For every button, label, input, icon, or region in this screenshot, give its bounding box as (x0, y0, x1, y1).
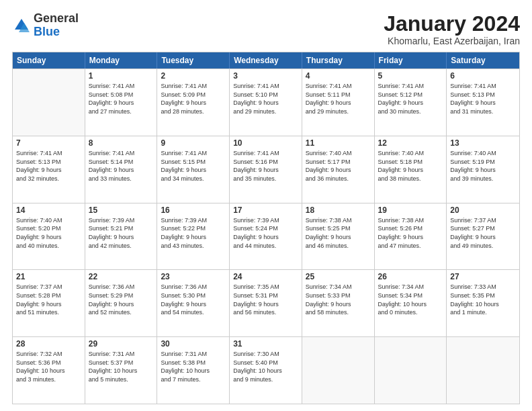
cell-info: Sunrise: 7:35 AMSunset: 5:31 PMDaylight:… (233, 283, 298, 316)
calendar-cell: 25Sunrise: 7:34 AMSunset: 5:33 PMDayligh… (302, 270, 375, 336)
calendar-cell: 28Sunrise: 7:32 AMSunset: 5:36 PMDayligh… (13, 337, 85, 404)
cell-info: Sunrise: 7:37 AMSunset: 5:27 PMDaylight:… (450, 216, 516, 250)
cell-info: Sunrise: 7:37 AMSunset: 5:28 PMDaylight:… (16, 283, 81, 316)
header-day-tuesday: Tuesday (157, 52, 230, 68)
cell-info: Sunrise: 7:30 AMSunset: 5:40 PMDaylight:… (233, 350, 298, 383)
calendar-cell: 10Sunrise: 7:41 AMSunset: 5:16 PMDayligh… (230, 136, 302, 203)
cell-info: Sunrise: 7:40 AMSunset: 5:20 PMDaylight:… (16, 216, 81, 250)
day-number: 5 (378, 71, 443, 81)
header-day-saturday: Saturday (447, 52, 519, 68)
calendar-cell: 2Sunrise: 7:41 AMSunset: 5:09 PMDaylight… (157, 69, 230, 136)
calendar-cell (375, 337, 447, 404)
calendar-cell: 15Sunrise: 7:39 AMSunset: 5:21 PMDayligh… (85, 203, 158, 270)
day-number: 23 (161, 272, 226, 281)
cell-info: Sunrise: 7:41 AMSunset: 5:16 PMDaylight:… (233, 149, 298, 183)
calendar-cell: 3Sunrise: 7:41 AMSunset: 5:10 PMDaylight… (230, 69, 302, 136)
day-number: 3 (233, 71, 298, 81)
calendar-cell: 18Sunrise: 7:38 AMSunset: 5:25 PMDayligh… (302, 203, 375, 270)
calendar-cell: 13Sunrise: 7:40 AMSunset: 5:19 PMDayligh… (447, 136, 519, 203)
cell-info: Sunrise: 7:41 AMSunset: 5:13 PMDaylight:… (450, 82, 516, 116)
header-day-thursday: Thursday (302, 52, 375, 68)
calendar-cell: 9Sunrise: 7:41 AMSunset: 5:15 PMDaylight… (157, 136, 230, 203)
header-day-monday: Monday (85, 52, 158, 68)
day-number: 21 (16, 272, 81, 281)
day-number: 22 (89, 272, 154, 281)
cell-info: Sunrise: 7:38 AMSunset: 5:26 PMDaylight:… (378, 216, 443, 250)
cell-info: Sunrise: 7:41 AMSunset: 5:10 PMDaylight:… (233, 82, 298, 116)
cell-info: Sunrise: 7:41 AMSunset: 5:13 PMDaylight:… (16, 149, 81, 183)
cell-info: Sunrise: 7:39 AMSunset: 5:21 PMDaylight:… (89, 216, 154, 250)
calendar-cell: 12Sunrise: 7:40 AMSunset: 5:18 PMDayligh… (375, 136, 447, 203)
calendar-cell: 30Sunrise: 7:31 AMSunset: 5:38 PMDayligh… (157, 337, 230, 404)
calendar-cell: 1Sunrise: 7:41 AMSunset: 5:08 PMDaylight… (85, 69, 158, 136)
cell-info: Sunrise: 7:36 AMSunset: 5:30 PMDaylight:… (161, 283, 226, 316)
cell-info: Sunrise: 7:33 AMSunset: 5:35 PMDaylight:… (450, 283, 516, 316)
calendar: SundayMondayTuesdayWednesdayThursdayFrid… (12, 52, 520, 404)
calendar-row-2: 14Sunrise: 7:40 AMSunset: 5:20 PMDayligh… (13, 203, 519, 270)
cell-info: Sunrise: 7:41 AMSunset: 5:08 PMDaylight:… (89, 82, 154, 116)
cell-info: Sunrise: 7:41 AMSunset: 5:12 PMDaylight:… (378, 82, 443, 116)
day-number: 25 (306, 272, 371, 281)
day-number: 15 (89, 205, 154, 215)
calendar-cell: 23Sunrise: 7:36 AMSunset: 5:30 PMDayligh… (157, 270, 230, 336)
cell-info: Sunrise: 7:31 AMSunset: 5:38 PMDaylight:… (161, 350, 226, 383)
calendar-cell: 26Sunrise: 7:34 AMSunset: 5:34 PMDayligh… (375, 270, 447, 336)
day-number: 24 (233, 272, 298, 281)
calendar-row-0: 1Sunrise: 7:41 AMSunset: 5:08 PMDaylight… (13, 68, 519, 136)
day-number: 27 (450, 272, 516, 281)
logo-icon (12, 16, 31, 35)
calendar-cell: 7Sunrise: 7:41 AMSunset: 5:13 PMDaylight… (13, 136, 85, 203)
cell-info: Sunrise: 7:40 AMSunset: 5:18 PMDaylight:… (378, 149, 443, 183)
cell-info: Sunrise: 7:31 AMSunset: 5:37 PMDaylight:… (89, 350, 154, 383)
calendar-row-3: 21Sunrise: 7:37 AMSunset: 5:28 PMDayligh… (13, 269, 519, 336)
cell-info: Sunrise: 7:41 AMSunset: 5:11 PMDaylight:… (306, 82, 371, 116)
day-number: 4 (306, 71, 371, 81)
logo-blue: Blue (34, 25, 60, 38)
cell-info: Sunrise: 7:41 AMSunset: 5:14 PMDaylight:… (89, 149, 154, 183)
title-month: January 2024 (384, 12, 520, 36)
day-number: 12 (378, 138, 443, 148)
header: General Blue January 2024 Khomarlu, East… (12, 12, 520, 46)
cell-info: Sunrise: 7:40 AMSunset: 5:17 PMDaylight:… (306, 149, 371, 183)
cell-info: Sunrise: 7:38 AMSunset: 5:25 PMDaylight:… (306, 216, 371, 250)
day-number: 16 (161, 205, 226, 215)
logo-general: General (34, 11, 79, 25)
header-day-friday: Friday (375, 52, 447, 68)
day-number: 18 (306, 205, 371, 215)
day-number: 7 (16, 138, 81, 148)
calendar-cell (13, 69, 85, 136)
day-number: 31 (233, 339, 298, 349)
day-number: 19 (378, 205, 443, 215)
logo: General Blue (12, 12, 79, 39)
calendar-cell: 17Sunrise: 7:39 AMSunset: 5:24 PMDayligh… (230, 203, 302, 270)
day-number: 17 (233, 205, 298, 215)
cell-info: Sunrise: 7:39 AMSunset: 5:24 PMDaylight:… (233, 216, 298, 250)
day-number: 8 (89, 138, 154, 148)
calendar-cell: 27Sunrise: 7:33 AMSunset: 5:35 PMDayligh… (447, 270, 519, 336)
header-day-wednesday: Wednesday (230, 52, 302, 68)
day-number: 29 (89, 339, 154, 349)
cell-info: Sunrise: 7:41 AMSunset: 5:15 PMDaylight:… (161, 149, 226, 183)
logo-text: General Blue (34, 12, 79, 39)
cell-info: Sunrise: 7:36 AMSunset: 5:29 PMDaylight:… (89, 283, 154, 316)
day-number: 10 (233, 138, 298, 148)
calendar-cell: 4Sunrise: 7:41 AMSunset: 5:11 PMDaylight… (302, 69, 375, 136)
calendar-cell (302, 337, 375, 404)
calendar-row-4: 28Sunrise: 7:32 AMSunset: 5:36 PMDayligh… (13, 336, 519, 404)
calendar-cell: 20Sunrise: 7:37 AMSunset: 5:27 PMDayligh… (447, 203, 519, 270)
day-number: 26 (378, 272, 443, 281)
calendar-cell (447, 337, 519, 404)
calendar-cell: 11Sunrise: 7:40 AMSunset: 5:17 PMDayligh… (302, 136, 375, 203)
cell-info: Sunrise: 7:32 AMSunset: 5:36 PMDaylight:… (16, 350, 81, 383)
day-number: 30 (161, 339, 226, 349)
day-number: 28 (16, 339, 81, 349)
day-number: 9 (161, 138, 226, 148)
cell-info: Sunrise: 7:34 AMSunset: 5:34 PMDaylight:… (378, 283, 443, 316)
calendar-cell: 31Sunrise: 7:30 AMSunset: 5:40 PMDayligh… (230, 337, 302, 404)
cell-info: Sunrise: 7:39 AMSunset: 5:22 PMDaylight:… (161, 216, 226, 250)
calendar-cell: 5Sunrise: 7:41 AMSunset: 5:12 PMDaylight… (375, 69, 447, 136)
title-block: January 2024 Khomarlu, East Azerbaijan, … (384, 12, 520, 46)
cell-info: Sunrise: 7:40 AMSunset: 5:19 PMDaylight:… (450, 149, 516, 183)
calendar-cell: 16Sunrise: 7:39 AMSunset: 5:22 PMDayligh… (157, 203, 230, 270)
day-number: 14 (16, 205, 81, 215)
